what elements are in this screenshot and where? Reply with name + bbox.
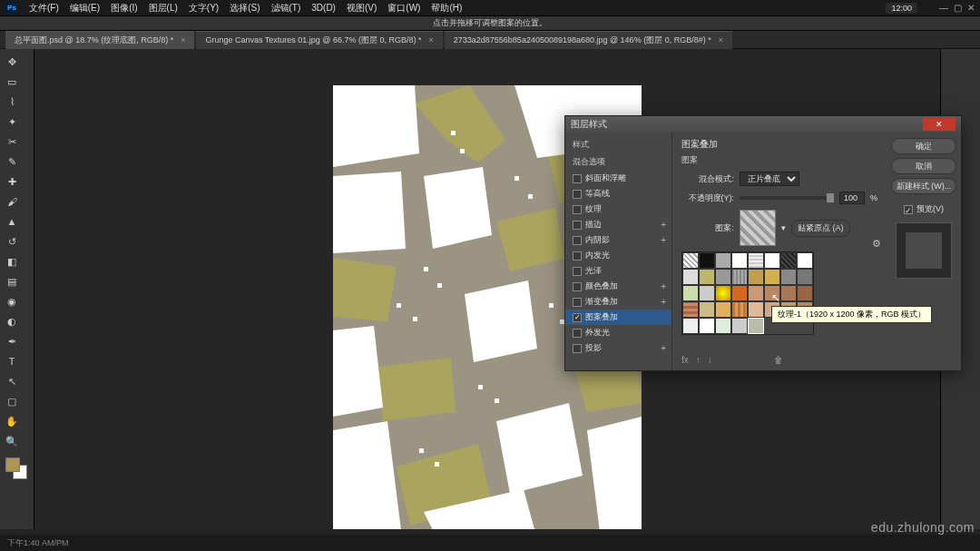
tab-doc2[interactable]: Grunge Canvas Textures 01.jpg @ 66.7% (图… — [196, 31, 442, 49]
pattern-swatch[interactable] — [764, 285, 780, 301]
move-tool[interactable]: ✥ — [4, 54, 20, 70]
menu-file[interactable]: 文件(F) — [29, 2, 59, 15]
effect-outer-glow[interactable]: 外发光 — [565, 325, 671, 340]
menu-select[interactable]: 选择(S) — [230, 2, 260, 15]
heal-tool[interactable]: ✚ — [4, 173, 20, 190]
pattern-swatch[interactable] — [715, 252, 731, 269]
arrow-down-icon[interactable]: ↓ — [708, 355, 712, 365]
pattern-swatch[interactable] — [731, 318, 748, 334]
pattern-swatch[interactable] — [731, 252, 748, 269]
add-icon[interactable]: + — [661, 281, 666, 291]
pattern-swatch[interactable] — [699, 252, 715, 269]
effect-inner-shadow[interactable]: 内阴影+ — [565, 232, 671, 248]
pattern-swatch[interactable] — [699, 318, 715, 334]
menu-edit[interactable]: 编辑(E) — [70, 2, 100, 15]
add-icon[interactable]: + — [661, 297, 666, 307]
pattern-swatch[interactable] — [731, 285, 748, 301]
fx-icon[interactable]: fx — [681, 355, 689, 365]
marquee-tool[interactable]: ▭ — [4, 74, 20, 90]
tab-close-icon[interactable]: × — [719, 35, 723, 44]
gradient-tool[interactable]: ▤ — [4, 273, 20, 290]
tab-doc1[interactable]: 总平面图.psd @ 18.7% (纹理底图, RGB/8) *× — [5, 31, 194, 49]
cancel-button[interactable]: 取消 — [891, 158, 956, 174]
add-icon[interactable]: + — [661, 343, 666, 353]
wand-tool[interactable]: ✦ — [4, 113, 20, 130]
pattern-swatch[interactable] — [748, 269, 764, 285]
pattern-dropdown-icon[interactable]: ▾ — [781, 223, 786, 232]
effect-texture[interactable]: 纹理 — [565, 202, 671, 217]
zoom-tool[interactable]: 🔍 — [4, 433, 20, 449]
dialog-close-button[interactable]: ✕ — [923, 118, 956, 131]
pen-tool[interactable]: ✒ — [4, 333, 20, 349]
pattern-swatch[interactable] — [797, 252, 813, 269]
type-tool[interactable]: T — [4, 353, 20, 369]
dodge-tool[interactable]: ◐ — [4, 313, 20, 330]
pattern-swatch[interactable] — [780, 285, 797, 301]
pattern-swatch[interactable] — [748, 318, 764, 334]
effect-inner-glow[interactable]: 内发光 — [565, 248, 671, 263]
effect-stroke[interactable]: 描边+ — [565, 217, 671, 232]
lasso-tool[interactable]: ⌇ — [4, 93, 20, 110]
pattern-swatch[interactable] — [682, 285, 699, 301]
color-swatch[interactable] — [5, 458, 27, 479]
history-brush-tool[interactable]: ↺ — [4, 233, 20, 250]
hand-tool[interactable]: ✋ — [4, 413, 20, 429]
ok-button[interactable]: 确定 — [891, 138, 956, 154]
pattern-swatch[interactable] — [699, 285, 715, 301]
add-icon[interactable]: + — [661, 235, 666, 245]
pattern-preview-well[interactable] — [740, 210, 776, 246]
pattern-swatch[interactable] — [715, 269, 731, 285]
menu-layer[interactable]: 图层(L) — [149, 2, 178, 15]
pattern-menu-gear-icon[interactable]: ⚙ — [872, 238, 881, 250]
effect-drop-shadow[interactable]: 投影+ — [565, 340, 671, 356]
eyedropper-tool[interactable]: ✎ — [4, 153, 20, 170]
tab-close-icon[interactable]: × — [181, 35, 185, 44]
maximize-icon[interactable]: ▢ — [954, 3, 962, 13]
arrow-up-icon[interactable]: ↑ — [696, 355, 701, 365]
pattern-swatch[interactable] — [731, 301, 748, 318]
pattern-swatch[interactable] — [764, 252, 780, 269]
effect-contour[interactable]: 等高线 — [565, 186, 671, 202]
effect-pattern-overlay[interactable]: 图案叠加 — [565, 310, 671, 325]
pattern-swatch[interactable] — [682, 252, 699, 269]
pattern-swatch[interactable] — [780, 252, 797, 269]
pattern-swatch[interactable] — [699, 301, 715, 318]
effect-gradient-overlay[interactable]: 渐变叠加+ — [565, 294, 671, 310]
effect-satin[interactable]: 光泽 — [565, 263, 671, 279]
close-icon[interactable]: ✕ — [967, 3, 975, 13]
snap-origin-button[interactable]: 贴紧原点 (A) — [791, 220, 850, 237]
menu-window[interactable]: 窗口(W) — [387, 2, 420, 15]
dialog-titlebar[interactable]: 图层样式 ✕ — [565, 116, 961, 133]
preview-checkbox[interactable]: ✓ — [904, 205, 913, 214]
pattern-swatch[interactable] — [682, 318, 699, 334]
pattern-swatch[interactable] — [797, 269, 813, 285]
pattern-swatch[interactable] — [764, 269, 780, 285]
pattern-swatch[interactable] — [797, 285, 813, 301]
styles-header[interactable]: 样式 — [565, 136, 671, 153]
pattern-swatch[interactable] — [780, 269, 797, 285]
menu-3d[interactable]: 3D(D) — [311, 3, 336, 13]
pattern-swatch[interactable] — [748, 301, 764, 318]
effect-color-overlay[interactable]: 颜色叠加+ — [565, 279, 671, 294]
pattern-swatch[interactable] — [715, 285, 731, 301]
menu-help[interactable]: 帮助(H) — [431, 2, 462, 15]
menu-type[interactable]: 文字(Y) — [189, 2, 219, 15]
pattern-swatch[interactable] — [699, 269, 715, 285]
blur-tool[interactable]: ◉ — [4, 293, 20, 310]
pattern-swatch[interactable] — [682, 269, 699, 285]
shape-tool[interactable]: ▢ — [4, 393, 20, 409]
pattern-swatch[interactable] — [731, 269, 748, 285]
add-icon[interactable]: + — [661, 220, 666, 230]
brush-tool[interactable]: 🖌 — [4, 193, 20, 210]
blend-options-row[interactable]: 混合选项 — [565, 153, 671, 171]
blend-mode-select[interactable]: 正片叠底 — [740, 172, 799, 186]
new-style-button[interactable]: 新建样式 (W)... — [891, 178, 956, 194]
menu-image[interactable]: 图像(I) — [111, 2, 137, 15]
pattern-swatch[interactable] — [748, 252, 764, 269]
eraser-tool[interactable]: ◧ — [4, 253, 20, 270]
opacity-slider[interactable] — [740, 196, 834, 200]
tab-close-icon[interactable]: × — [429, 35, 434, 44]
path-tool[interactable]: ↖ — [4, 373, 20, 389]
menu-view[interactable]: 视图(V) — [347, 2, 377, 15]
crop-tool[interactable]: ✂ — [4, 133, 20, 150]
